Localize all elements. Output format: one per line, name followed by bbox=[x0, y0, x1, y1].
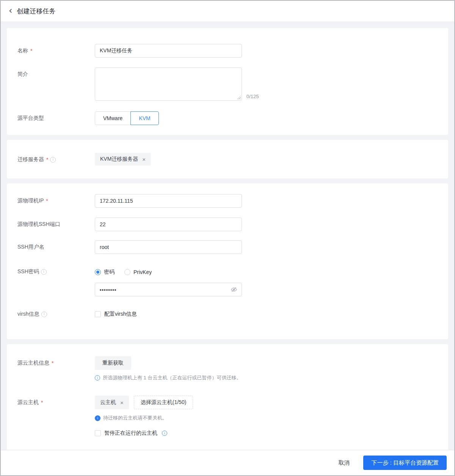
ssh-port-row: 源物理机SSH端口 bbox=[17, 218, 438, 231]
virsh-label-text: virsh信息 bbox=[17, 311, 39, 318]
source-ip-label-text: 源物理机IP bbox=[17, 197, 44, 204]
radio-password-label: 密码 bbox=[104, 269, 115, 276]
page-title: 创建迁移任务 bbox=[17, 7, 56, 16]
vm-info-row: 源云主机信息* 重新获取 i 所选源物理机上有 1 台云主机（正在运行或已暂停）… bbox=[17, 356, 438, 381]
migration-server-tag: KVM迁移服务器 × bbox=[95, 153, 151, 166]
select-vm-button[interactable]: 选择源云主机(1/50) bbox=[134, 396, 193, 409]
ssh-port-label: 源物理机SSH端口 bbox=[17, 218, 95, 228]
eye-off-icon[interactable] bbox=[231, 286, 237, 294]
info-icon[interactable]: i bbox=[162, 431, 167, 436]
info-icon[interactable]: i bbox=[50, 157, 56, 163]
vm-hint: i 待迁移的云主机请不要关机。 bbox=[95, 415, 438, 421]
source-vm-label-text: 源云主机 bbox=[17, 399, 39, 406]
name-label: 名称* bbox=[17, 44, 95, 54]
vm-tag-text: 云主机 bbox=[100, 399, 116, 406]
ssh-password-label-text: SSH密码 bbox=[17, 268, 39, 275]
vm-info-hint-text: 所选源物理机上有 1 台云主机（正在运行或已暂停）可供迁移。 bbox=[103, 374, 241, 381]
virsh-row: virsh信息 i 配置virsh信息 bbox=[17, 310, 438, 318]
platform-option-kvm[interactable]: KVM bbox=[130, 111, 158, 125]
name-label-text: 名称 bbox=[17, 47, 28, 54]
migration-server-row: 迁移服务器* i KVM迁移服务器 × bbox=[17, 153, 438, 166]
source-ip-row: 源物理机IP* bbox=[17, 194, 438, 208]
checkbox-unchecked-icon[interactable] bbox=[95, 430, 101, 436]
vm-selection-row: 云主机 × 选择源云主机(1/50) bbox=[95, 396, 438, 409]
required-mark: * bbox=[46, 198, 48, 204]
description-row: 简介 0/125 bbox=[17, 67, 438, 101]
required-mark: * bbox=[30, 48, 32, 54]
migration-server-card: 迁移服务器* i KVM迁移服务器 × bbox=[7, 140, 448, 178]
char-counter: 0/125 bbox=[246, 94, 259, 99]
source-ip-label: 源物理机IP* bbox=[17, 194, 95, 204]
refresh-button[interactable]: 重新获取 bbox=[95, 356, 131, 370]
vm-hint-text: 待迁移的云主机请不要关机。 bbox=[103, 415, 167, 421]
source-host-card: 源物理机IP* 源物理机SSH端口 SSH用户名 bbox=[7, 183, 448, 339]
name-row: 名称* bbox=[17, 44, 438, 58]
info-icon[interactable]: i bbox=[41, 269, 47, 275]
cancel-button[interactable]: 取消 bbox=[336, 459, 352, 467]
vm-info-label-text: 源云主机信息 bbox=[17, 360, 49, 366]
task-name-input[interactable] bbox=[95, 44, 242, 58]
source-ip-input[interactable] bbox=[95, 194, 242, 208]
platform-label-text: 源平台类型 bbox=[17, 115, 44, 122]
virsh-label: virsh信息 i bbox=[17, 310, 95, 318]
description-label: 简介 bbox=[17, 67, 95, 78]
ssh-user-row: SSH用户名 bbox=[17, 240, 438, 254]
migration-server-label: 迁移服务器* i bbox=[17, 153, 95, 163]
source-vm-label: 源云主机* bbox=[17, 396, 95, 406]
description-label-text: 简介 bbox=[17, 71, 28, 78]
description-textarea[interactable] bbox=[95, 67, 242, 101]
required-mark: * bbox=[41, 399, 43, 406]
source-vm-row: 源云主机* 云主机 × 选择源云主机(1/50) i 待迁移的云主机请不要关机。 bbox=[17, 396, 438, 437]
vm-info-label: 源云主机信息* bbox=[17, 356, 95, 366]
action-bar: 取消 下一步 : 目标平台资源配置 bbox=[1, 450, 454, 475]
next-step-button[interactable]: 下一步 : 目标平台资源配置 bbox=[363, 456, 447, 470]
password-type-radios: 密码 PrivKey bbox=[95, 268, 438, 276]
virsh-checkbox-label: 配置virsh信息 bbox=[104, 311, 137, 318]
basic-info-card: 名称* 简介 0/125 bbox=[7, 28, 448, 135]
info-icon: i bbox=[95, 415, 100, 421]
platform-label: 源平台类型 bbox=[17, 111, 95, 122]
required-mark: * bbox=[52, 360, 53, 366]
radio-privkey-label: PrivKey bbox=[133, 269, 152, 275]
vm-tag: 云主机 × bbox=[95, 396, 129, 409]
checkbox-unchecked-icon[interactable] bbox=[95, 311, 101, 317]
vm-info-hint: i 所选源物理机上有 1 台云主机（正在运行或已暂停）可供迁移。 bbox=[95, 374, 438, 381]
info-icon[interactable]: i bbox=[41, 312, 47, 317]
pause-checkbox-row[interactable]: 暂停正在运行的云主机 i bbox=[95, 429, 438, 437]
tag-close-icon[interactable]: × bbox=[142, 157, 146, 162]
ssh-password-input[interactable] bbox=[95, 283, 242, 296]
create-migration-task-page: ‹ 创建迁移任务 名称* 简介 bbox=[0, 0, 455, 476]
back-icon[interactable]: ‹ bbox=[9, 6, 13, 16]
info-icon: i bbox=[95, 375, 100, 380]
form-body: 名称* 简介 0/125 bbox=[1, 22, 454, 450]
ssh-user-label-text: SSH用户名 bbox=[17, 244, 44, 251]
radio-selected-icon bbox=[95, 269, 101, 275]
source-vm-card: 源云主机信息* 重新获取 i 所选源物理机上有 1 台云主机（正在运行或已暂停）… bbox=[7, 344, 448, 450]
ssh-user-label: SSH用户名 bbox=[17, 240, 95, 251]
radio-password[interactable]: 密码 bbox=[95, 269, 115, 276]
radio-unselected-icon bbox=[124, 269, 130, 275]
platform-row: 源平台类型 VMware KVM bbox=[17, 111, 438, 125]
ssh-port-input[interactable] bbox=[95, 218, 242, 231]
migration-server-label-text: 迁移服务器 bbox=[17, 156, 44, 163]
tag-close-icon[interactable]: × bbox=[120, 400, 124, 406]
pause-checkbox-label: 暂停正在运行的云主机 bbox=[104, 430, 157, 437]
ssh-port-label-text: 源物理机SSH端口 bbox=[17, 221, 60, 228]
virsh-checkbox-row[interactable]: 配置virsh信息 bbox=[95, 310, 438, 318]
platform-toggle-group: VMware KVM bbox=[95, 111, 438, 125]
migration-server-tag-text: KVM迁移服务器 bbox=[100, 156, 138, 163]
page-header: ‹ 创建迁移任务 bbox=[1, 1, 454, 22]
ssh-password-row: SSH密码 i 密码 PrivKey bbox=[17, 265, 438, 296]
ssh-username-input[interactable] bbox=[95, 240, 242, 254]
radio-privkey[interactable]: PrivKey bbox=[124, 269, 152, 275]
ssh-password-label: SSH密码 i bbox=[17, 265, 95, 275]
platform-option-vmware[interactable]: VMware bbox=[95, 111, 131, 125]
required-mark: * bbox=[46, 157, 48, 163]
